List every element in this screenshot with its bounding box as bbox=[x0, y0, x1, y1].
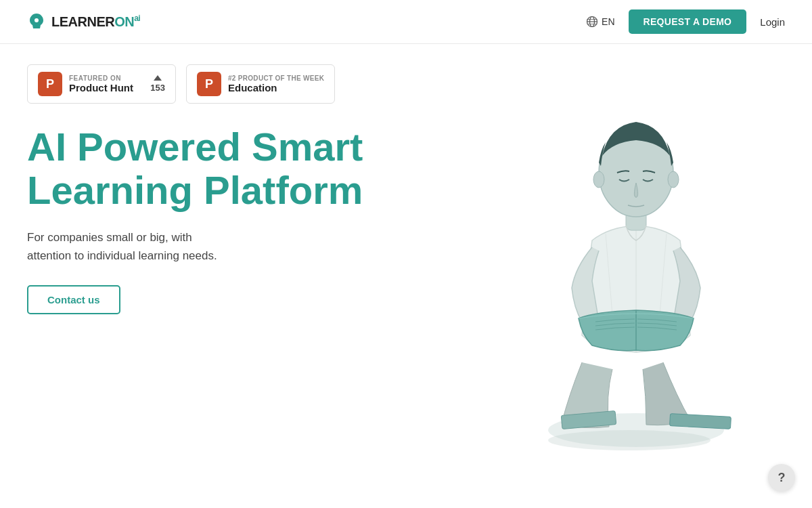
header-right: EN REQUEST A DEMO Login bbox=[586, 9, 785, 34]
svg-rect-1 bbox=[35, 27, 39, 28]
ph-badge-count: 153 bbox=[150, 75, 165, 93]
logo-on: ON bbox=[114, 14, 134, 29]
ph-week-icon: P bbox=[197, 72, 221, 96]
hero-subtext-line1: For companies small or big, with bbox=[27, 231, 192, 244]
ph-icon: P bbox=[38, 72, 62, 96]
ph-badge-title: Product Hunt bbox=[69, 82, 143, 93]
logo-icon bbox=[27, 12, 46, 31]
hero-image bbox=[460, 37, 812, 484]
logo-text: LEARNERONai bbox=[51, 14, 140, 30]
svg-point-0 bbox=[35, 18, 39, 22]
globe-icon bbox=[586, 16, 598, 28]
logo-ai: ai bbox=[134, 14, 140, 23]
logo: LEARNERONai bbox=[27, 12, 140, 31]
ph-week-title: Education bbox=[228, 82, 324, 93]
ph-count: 153 bbox=[150, 83, 165, 93]
hero-figure-svg bbox=[474, 37, 798, 478]
upvote-arrow-icon bbox=[154, 75, 162, 81]
main-content: P FEATURED ON Product Hunt 153 P #2 PROD… bbox=[0, 44, 812, 508]
request-demo-button[interactable]: REQUEST A DEMO bbox=[629, 9, 747, 34]
hero-headline: AI Powered Smart Learning Platform bbox=[27, 125, 406, 212]
logo-learner: LEARNER bbox=[51, 14, 114, 29]
product-week-badge: P #2 PRODUCT OF THE WEEK Education bbox=[186, 64, 335, 104]
help-button[interactable]: ? bbox=[768, 464, 795, 491]
product-hunt-badge: P FEATURED ON Product Hunt 153 bbox=[27, 64, 176, 104]
ph-badge-content: FEATURED ON Product Hunt bbox=[69, 75, 143, 93]
svg-point-11 bbox=[668, 171, 679, 188]
login-button[interactable]: Login bbox=[760, 16, 785, 28]
contact-us-button[interactable]: Contact us bbox=[27, 285, 120, 314]
svg-point-10 bbox=[593, 171, 604, 188]
ph-week-content: #2 PRODUCT OF THE WEEK Education bbox=[228, 75, 324, 93]
hero-subtext-line2: attention to individual learning needs. bbox=[27, 249, 217, 262]
hero-text-block: AI Powered Smart Learning Platform For c… bbox=[27, 125, 406, 314]
lang-label: EN bbox=[602, 16, 614, 27]
ph-badge-label: FEATURED ON bbox=[69, 75, 143, 82]
hero-subtext: For companies small or big, with attenti… bbox=[27, 228, 406, 265]
lang-selector[interactable]: EN bbox=[586, 16, 614, 28]
svg-point-12 bbox=[548, 430, 710, 450]
ph-week-label: #2 PRODUCT OF THE WEEK bbox=[228, 75, 324, 82]
